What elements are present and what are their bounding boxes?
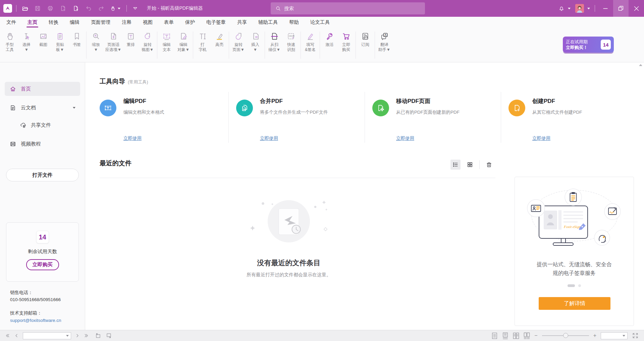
fill-sign-icon [306, 30, 315, 42]
menu-item-help[interactable]: 帮助 [283, 17, 305, 27]
ribbon-button-zoom[interactable]: 缩放▼ [88, 30, 104, 62]
ribbon-button-insert[interactable]: 插入▼ [247, 30, 264, 62]
menu-item-esign[interactable]: 电子签章 [201, 17, 231, 27]
menu-item-file[interactable]: 文件 [1, 17, 22, 27]
zoom-level-input[interactable] [601, 332, 628, 339]
tool-card-create-pdf[interactable]: 创建PDF 从其它格式文件创建PDF 立即使用 [501, 92, 637, 143]
chevron-down-icon[interactable] [73, 107, 75, 109]
ribbon-button-edit-object[interactable]: 编辑对象▼ [175, 30, 192, 62]
menu-item-comment[interactable]: 注释 [116, 17, 137, 27]
ribbon-button-from-scanner[interactable]: 从扫描仪▼ [266, 30, 283, 62]
ribbon-button-translate[interactable]: A 翻译助手▼ [376, 30, 393, 62]
ribbon-button-rotate-page[interactable]: 旋转页面▼ [230, 30, 247, 62]
menu-item-share[interactable]: 共享 [231, 17, 253, 27]
next-view-button[interactable] [105, 332, 112, 339]
sidebar-item-cloud-docs[interactable]: 云文档 [5, 101, 80, 115]
new-page-icon[interactable] [71, 4, 80, 13]
save-icon[interactable] [33, 4, 42, 13]
next-page-button[interactable] [75, 333, 80, 338]
account-caret-icon[interactable] [587, 8, 590, 9]
trial-badge-button[interactable]: 正在试用期 立即购买！ 14 [563, 37, 614, 53]
buy-now-button[interactable]: 立即购买 [26, 259, 59, 270]
fullscreen-button[interactable] [632, 332, 639, 339]
first-page-button[interactable] [5, 333, 10, 338]
carousel-dot-active[interactable] [568, 284, 575, 287]
ribbon-button-typewriter[interactable]: 打字机 [194, 30, 211, 62]
menu-item-convert[interactable]: 转换 [43, 17, 64, 27]
user-avatar[interactable] [575, 4, 584, 13]
ribbon-button-edit-text[interactable]: 编辑文本 [158, 30, 175, 62]
support-email-link[interactable]: support@foxitsoftware.cn [10, 317, 61, 324]
two-page-continuous-view-button[interactable] [524, 332, 530, 339]
ribbon-button-ocr[interactable]: OCR 快速识别 [283, 30, 300, 62]
ribbon-button-reflow[interactable]: 重排 [122, 30, 139, 62]
open-file-button[interactable]: 打开文件 [6, 169, 79, 181]
notifications-caret-icon[interactable] [568, 8, 571, 9]
ribbon-collapse-icon[interactable] [131, 4, 140, 13]
ribbon-button-clipboard[interactable]: 剪贴板▼ [52, 30, 68, 62]
sidebar-item-home[interactable]: 首页 [5, 82, 80, 96]
continuous-view-button[interactable] [502, 332, 508, 339]
menu-item-paper-tools[interactable]: 论文工具 [305, 17, 335, 27]
tool-card-edit-pdf[interactable]: 编辑PDF 编辑文档和文本格式 立即使用 [100, 92, 228, 143]
ribbon-button-snapshot[interactable]: 截图 [35, 30, 52, 62]
ribbon-button-hand-tool[interactable]: 手型工具 [1, 30, 18, 62]
carousel-dot[interactable] [578, 284, 581, 287]
zoom-dropdown-caret-icon[interactable] [623, 335, 625, 337]
scrollbar-up-icon[interactable] [639, 64, 642, 66]
two-page-view-button[interactable] [513, 332, 519, 339]
menu-item-edit[interactable]: 编辑 [64, 17, 85, 27]
menu-item-view[interactable]: 视图 [137, 17, 158, 27]
open-file-icon[interactable] [20, 4, 29, 13]
use-now-link[interactable]: 立即使用 [396, 135, 414, 141]
last-page-button[interactable] [84, 333, 89, 338]
export-page-icon[interactable] [59, 4, 67, 13]
use-now-link[interactable]: 立即使用 [532, 135, 550, 141]
zoom-out-button[interactable]: − [534, 333, 537, 339]
ribbon-button-subscribe[interactable]: 订阅 [357, 30, 374, 62]
page-dropdown-caret-icon[interactable] [66, 335, 69, 337]
hand-tool-icon[interactable] [110, 4, 122, 13]
zoom-slider[interactable] [542, 335, 589, 336]
menu-item-protect[interactable]: 保护 [179, 17, 201, 27]
menu-item-page-manage[interactable]: 页面管理 [85, 17, 116, 27]
ribbon-button-fill-sign[interactable]: 填写&签名 [302, 30, 319, 62]
ribbon-button-select[interactable]: 选择▼ [18, 30, 35, 62]
print-icon[interactable] [46, 4, 55, 13]
ribbon-button-buy-now[interactable]: 立即购买 [338, 30, 355, 62]
ribbon-button-bookmark[interactable]: 书签 [68, 30, 85, 62]
zoom-in-button[interactable]: + [593, 333, 596, 339]
menu-item-home[interactable]: 主页 [22, 17, 43, 27]
sidebar-item-shared-files[interactable]: 共享文件 [5, 119, 80, 131]
ribbon-button-rotate-view[interactable]: 旋转视图▼ [139, 30, 156, 62]
list-view-button[interactable] [450, 160, 461, 170]
single-page-view-button[interactable] [491, 332, 498, 339]
zoom-slider-knob[interactable] [563, 333, 568, 338]
ribbon-button-activate[interactable]: 激活 [321, 30, 338, 62]
use-now-link[interactable]: 立即使用 [123, 135, 142, 141]
sidebar-item-video-tutorials[interactable]: 视频教程 [5, 137, 80, 151]
tool-card-merge-pdf[interactable]: 合并PDF 将多个文件合并生成一个PDF文件 立即使用 [228, 92, 365, 143]
titlebar: 开始 - 福昕高级PDF编辑器 搜索 [0, 0, 644, 17]
ribbon-button-highlight[interactable]: 高亮 [211, 30, 228, 62]
tool-card-move-pdf-pages[interactable]: 移动PDF页面 从已有的PDF页面创建新的PDF 立即使用 [365, 92, 501, 143]
notifications-bell-icon[interactable] [557, 4, 566, 13]
rotate-view-icon [143, 30, 152, 42]
search-input[interactable]: 搜索 [271, 2, 425, 14]
use-now-link[interactable]: 立即使用 [260, 135, 278, 141]
ribbon-button-page-fit[interactable]: 页面适应选项▼ [104, 30, 122, 62]
previous-view-button[interactable] [95, 332, 102, 339]
menu-item-form[interactable]: 表单 [158, 17, 179, 27]
redo-icon[interactable] [97, 4, 106, 13]
menu-item-accessibility[interactable]: 辅助工具 [253, 17, 283, 27]
empty-state-title: 没有最近的文件条目 [238, 258, 339, 268]
close-button[interactable] [629, 0, 644, 17]
page-number-input[interactable] [23, 332, 71, 339]
clear-recent-trash-button[interactable] [484, 160, 494, 170]
undo-icon[interactable] [84, 4, 93, 13]
grid-view-button[interactable] [465, 160, 475, 170]
minimize-button[interactable] [598, 0, 613, 17]
learn-more-button[interactable]: 了解详情 [539, 297, 610, 310]
previous-page-button[interactable] [14, 333, 19, 338]
restore-button[interactable] [613, 0, 629, 17]
